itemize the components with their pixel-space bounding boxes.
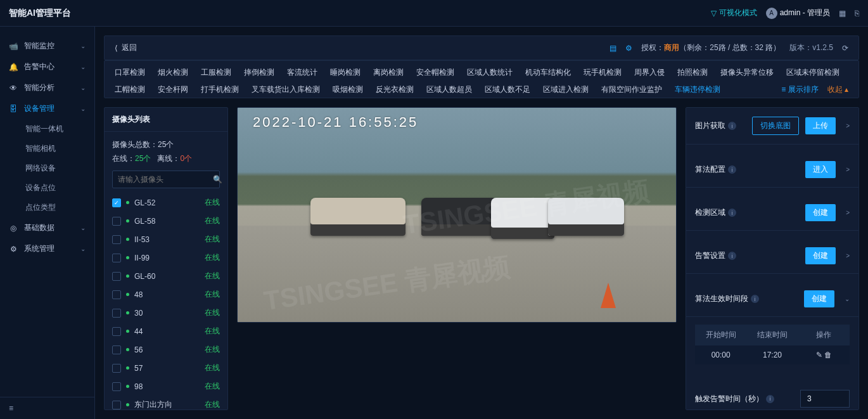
search-icon[interactable]: 🔍 (213, 175, 222, 184)
algorithm-tag[interactable]: 区域进入检测 (543, 84, 589, 95)
logout-icon[interactable]: ⎘ (855, 9, 859, 18)
camera-row[interactable]: 44在线 (112, 322, 226, 340)
algorithm-tag[interactable]: 口罩检测 (115, 67, 145, 78)
algorithm-tag[interactable]: 烟火检测 (158, 67, 188, 78)
algorithm-tag[interactable]: 有限空间作业监护 (601, 84, 662, 95)
checkbox[interactable] (112, 217, 121, 226)
info-icon[interactable]: i (728, 252, 736, 260)
camera-row[interactable]: II-53在线 (112, 230, 226, 248)
config-button[interactable]: 进入 (805, 161, 836, 178)
sidebar-item[interactable]: 📹智能监控⌄ (0, 35, 94, 56)
algorithm-tag[interactable]: 睡岗检测 (330, 67, 361, 78)
info-icon[interactable]: i (766, 395, 774, 403)
camera-row[interactable]: 48在线 (112, 285, 226, 304)
config-button[interactable]: 切换底图 (752, 117, 799, 135)
topbar: ⟨ 返回 ▤ ⚙ 授权：商用（剩余：25路 / 总数：32 路） 版本：v1.2… (104, 35, 859, 60)
sidebar-subitem[interactable]: 网络设备 (0, 158, 94, 178)
camera-search[interactable]: 🔍 (112, 171, 220, 188)
camera-search-input[interactable] (118, 175, 213, 184)
chevron-icon[interactable]: > (842, 122, 850, 129)
camera-row[interactable]: 30在线 (112, 304, 226, 322)
algorithm-tag[interactable]: 安全杆网 (158, 84, 188, 95)
chevron-icon[interactable]: > (842, 252, 850, 259)
sidebar-collapse[interactable]: ≡ (0, 397, 94, 419)
sidebar-item[interactable]: ⚙系统管理⌄ (0, 238, 94, 259)
chevron-icon[interactable]: > (842, 209, 850, 216)
list-icon[interactable]: ▤ (610, 44, 616, 53)
info-icon[interactable]: i (728, 209, 736, 217)
sidebar-item[interactable]: 👁智能分析⌄ (0, 77, 94, 98)
config-label: 图片获取 (695, 120, 725, 131)
checkbox[interactable] (112, 401, 121, 409)
algorithm-tag[interactable]: 叉车载货出入库检测 (252, 84, 320, 95)
sidebar-subitem[interactable]: 设备点位 (0, 178, 94, 198)
algorithm-tag[interactable]: 区域人数超员 (426, 84, 472, 95)
sidebar-subitem[interactable]: 点位类型 (0, 198, 94, 217)
algorithm-tag[interactable]: 工帽检测 (115, 84, 145, 95)
algorithm-tag[interactable]: 吸烟检测 (333, 84, 363, 95)
version-info: 版本：v1.2.5 (789, 42, 833, 53)
camera-row[interactable]: II-99在线 (112, 248, 226, 267)
algorithm-tag[interactable]: 离岗检测 (373, 67, 404, 78)
trigger-input[interactable] (800, 390, 850, 408)
sidebar-item[interactable]: 🗄设备管理⌄ (0, 98, 94, 119)
checkbox[interactable] (112, 272, 121, 281)
gear-icon[interactable]: ⚙ (625, 44, 632, 53)
camera-row[interactable]: ✓GL-52在线 (112, 193, 226, 212)
camera-row[interactable]: 东门出方向在线 (112, 396, 226, 409)
checkbox[interactable] (112, 309, 121, 318)
algorithm-tag[interactable]: 摄像头异常位移 (720, 67, 774, 78)
chevron-icon[interactable]: ⌄ (841, 295, 850, 302)
algorithm-tag[interactable]: 打手机检测 (201, 84, 239, 95)
sidebar-subitem[interactable]: 智能相机 (0, 139, 94, 158)
info-icon[interactable]: i (728, 165, 736, 174)
video-preview[interactable]: 2022-10-21 16:55:25 TSINGSEE 青犀视频 TSINGS… (237, 107, 677, 323)
sidebar-subitem[interactable]: 智能一体机 (0, 119, 94, 139)
algorithm-tag[interactable]: 安全帽检测 (416, 67, 454, 78)
camera-row[interactable]: 98在线 (112, 377, 226, 396)
table-ops[interactable]: ✎ 🗑 (798, 345, 850, 364)
camera-row[interactable]: GL-60在线 (112, 267, 226, 285)
camera-row[interactable]: GL-58在线 (112, 212, 226, 230)
theme-icon[interactable]: ▦ (839, 9, 846, 18)
checkbox[interactable] (112, 382, 121, 391)
algorithm-tag[interactable]: 车辆违停检测 (675, 84, 720, 95)
algorithm-tag[interactable]: 区域人数统计 (467, 67, 513, 78)
viz-mode-button[interactable]: ▽ 可视化模式 (711, 8, 757, 18)
sidebar-item[interactable]: ◎基础数据⌄ (0, 217, 94, 238)
algorithm-tag[interactable]: 周界入侵 (634, 67, 665, 78)
config-button[interactable]: 创建 (805, 204, 836, 221)
refresh-icon[interactable]: ⟳ (842, 44, 848, 53)
algorithm-tag[interactable]: 工服检测 (201, 67, 231, 78)
checkbox[interactable] (112, 327, 121, 336)
config-button[interactable]: 创建 (805, 247, 836, 264)
algorithm-tag[interactable]: 拍照检测 (677, 67, 708, 78)
algorithm-tag[interactable]: 区域人数不足 (485, 84, 530, 95)
algorithm-tag[interactable]: 客流统计 (287, 67, 317, 78)
camera-row[interactable]: 56在线 (112, 340, 226, 359)
checkbox[interactable] (112, 364, 121, 373)
checkbox[interactable] (112, 290, 121, 299)
checkbox[interactable] (112, 345, 121, 354)
back-button[interactable]: ⟨ 返回 (115, 42, 137, 53)
camera-row[interactable]: 57在线 (112, 359, 226, 377)
table-header: 结束时间 (746, 325, 798, 345)
sidebar-item[interactable]: 🔔告警中心⌄ (0, 56, 94, 77)
config-button[interactable]: 上传 (805, 117, 836, 134)
algorithm-tag[interactable]: 机动车结构化 (525, 67, 571, 78)
algorithm-tag[interactable]: 摔倒检测 (244, 67, 274, 78)
algorithm-tag[interactable]: 区域未停留检测 (786, 67, 839, 78)
info-icon[interactable]: i (751, 295, 759, 303)
config-button[interactable]: 创建 (804, 290, 834, 307)
chevron-down-icon: ⌄ (80, 224, 86, 231)
checkbox[interactable]: ✓ (112, 198, 121, 207)
sort-button[interactable]: ≡ 展示排序 (781, 84, 818, 95)
checkbox[interactable] (112, 254, 121, 262)
collapse-button[interactable]: 收起 ▴ (827, 84, 848, 95)
algorithm-tag[interactable]: 反光衣检测 (376, 84, 414, 95)
user-menu[interactable]: A admin - 管理员 (766, 8, 830, 19)
algorithm-tag[interactable]: 玩手机检测 (584, 67, 622, 78)
info-icon[interactable]: i (728, 122, 736, 130)
chevron-icon[interactable]: > (842, 166, 850, 173)
checkbox[interactable] (112, 235, 121, 244)
